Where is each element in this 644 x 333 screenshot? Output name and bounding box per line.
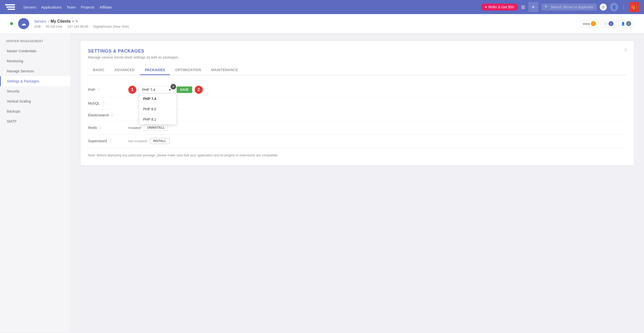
tab-maintenance[interactable]: MAINTENANCE <box>206 65 243 75</box>
php-step-2-badge: 2 <box>195 86 203 94</box>
refer-button[interactable]: ♥ Refer & Get $50 <box>481 4 518 11</box>
help-icon[interactable]: ? <box>624 48 627 53</box>
search-input[interactable] <box>551 5 594 9</box>
supervisord-label: Supervisord ⓘ <box>88 139 128 143</box>
main-content: SETTINGS & PACKAGES Manage various serve… <box>70 33 644 332</box>
php-row: PHP ⓘ 1 PHP 7.4 ▾ PHP 7.4 P <box>88 82 626 98</box>
nav-affiliate[interactable]: Affiliate <box>99 5 112 9</box>
php-selected-value: PHP 7.4 <box>142 88 155 92</box>
tab-basic[interactable]: BASIC <box>88 65 109 75</box>
tab-optimization[interactable]: OPTIMIZATION <box>170 65 206 75</box>
php-dropdown-trigger[interactable]: PHP 7.4 ▾ <box>139 86 174 93</box>
refer-label: Refer & Get $50 <box>489 5 514 9</box>
file-count: 1 <box>609 21 614 26</box>
sidebar-item-monitoring[interactable]: Monitoring <box>0 56 70 66</box>
close-icon[interactable]: ✕ <box>171 84 176 89</box>
php-option-80[interactable]: PHP 8.0 <box>139 104 176 114</box>
note-text: Note: Before deploying any particular pa… <box>88 153 626 158</box>
redis-label: Redis ⓘ <box>88 125 128 130</box>
php-label: PHP ⓘ <box>88 87 128 92</box>
user-badge[interactable]: 👤 2 <box>618 20 634 27</box>
logo[interactable] <box>5 3 15 11</box>
server-info: Servers › My Clients ▾ ✎ 2GB 50 GB Disk … <box>34 19 129 28</box>
plus-button[interactable]: + <box>528 2 538 12</box>
www-icon: www <box>583 22 590 26</box>
svg-rect-2 <box>8 9 15 10</box>
top-navigation: Servers Applications Team Projects Affil… <box>0 0 644 14</box>
server-avatar: ☁ <box>18 18 29 29</box>
tabs: BASIC ADVANCED PACKAGES OPTIMIZATION MAI… <box>88 65 626 75</box>
mysql-info-icon[interactable]: ⓘ <box>101 101 105 106</box>
user-count: 2 <box>626 21 631 26</box>
php-selector: 1 PHP 7.4 ▾ PHP 7.4 PHP 8.0 PHP 8.1 <box>128 86 203 94</box>
www-badge[interactable]: www 5 <box>580 20 599 27</box>
php-step-1-badge: 1 <box>128 86 136 94</box>
sidebar-item-backups[interactable]: Backups <box>0 106 70 116</box>
sidebar-item-smtp[interactable]: SMTP <box>0 116 70 126</box>
notification-badge[interactable]: 0 <box>600 4 607 11</box>
php-dropdown-menu: PHP 7.4 PHP 8.0 PHP 8.1 <box>139 93 177 125</box>
page-subtitle: Manage various server-level settings as … <box>88 55 626 59</box>
breadcrumb-separator: › <box>48 19 49 23</box>
caret-icon[interactable]: ▾ <box>72 20 74 23</box>
php-option-81[interactable]: PHP 8.1 <box>139 114 176 124</box>
php-info-icon[interactable]: ⓘ <box>97 87 100 92</box>
nav-links: Servers Applications Team Projects Affil… <box>23 5 475 9</box>
sidebar-item-master-credentials[interactable]: Master Credentials <box>0 46 70 56</box>
supervisord-status: Not Installed! <box>128 139 147 143</box>
supervisord-row: Supervisord ⓘ Not Installed! INSTALL <box>88 134 626 148</box>
svg-rect-0 <box>5 4 15 6</box>
user-icon: 👤 <box>621 22 625 26</box>
redis-status: Installed! <box>128 126 141 130</box>
mysql-label: MySQL ⓘ <box>88 101 128 106</box>
settings-packages-card: SETTINGS & PACKAGES Manage various serve… <box>80 41 634 165</box>
nav-projects[interactable]: Projects <box>81 5 94 9</box>
php-option-74[interactable]: PHP 7.4 <box>139 94 176 104</box>
supervisord-info-icon[interactable]: ⓘ <box>108 139 112 143</box>
sidebar-section-title: Server Management <box>0 39 70 46</box>
sidebar-item-settings-packages[interactable]: Settings & Packages <box>0 76 70 86</box>
sidebar-item-security[interactable]: Security <box>0 86 70 96</box>
server-ip: 137.184.98.65 <box>67 25 88 28</box>
search-box[interactable]: 🔍 <box>541 4 597 11</box>
supervisord-install-button[interactable]: INSTALL <box>150 138 170 144</box>
elasticsearch-label: Elasticsearch ⓘ <box>88 113 128 117</box>
chevron-down-icon: ▾ <box>169 88 171 92</box>
nav-servers[interactable]: Servers <box>23 5 36 9</box>
file-icon: 📄 <box>603 22 608 26</box>
gift-button[interactable]: 🎁 <box>629 2 639 12</box>
page-title: SETTINGS & PACKAGES <box>88 49 626 54</box>
search-icon: 🔍 <box>544 5 549 9</box>
redis-info-icon[interactable]: ⓘ <box>99 125 102 130</box>
nav-right: ♥ Refer & Get $50 ⊞ + 🔍 0 👤 ⋮ 🎁 <box>481 2 639 12</box>
server-status-dot <box>10 22 13 25</box>
elasticsearch-info-icon[interactable]: ⓘ <box>110 113 114 117</box>
nav-applications[interactable]: Applications <box>41 5 62 9</box>
sidebar-item-manage-services[interactable]: Manage Services <box>0 66 70 76</box>
servers-link[interactable]: Servers <box>34 19 46 23</box>
server-disk: 50 GB Disk <box>46 25 62 28</box>
main-layout: Server Management Master Credentials Mon… <box>0 33 644 332</box>
sidebar-item-vertical-scaling[interactable]: Vertical Scaling <box>0 96 70 106</box>
more-options-icon[interactable]: ⋮ <box>621 4 626 10</box>
edit-icon[interactable]: ✎ <box>75 19 78 23</box>
grid-icon[interactable]: ⊞ <box>521 4 525 10</box>
tab-advanced[interactable]: ADVANCED <box>109 65 140 75</box>
svg-rect-1 <box>6 7 15 8</box>
nav-team[interactable]: Team <box>67 5 76 9</box>
redis-uninstall-button[interactable]: UNINSTALL <box>144 125 168 131</box>
php-value: 1 PHP 7.4 ▾ PHP 7.4 PHP 8.0 PHP 8.1 <box>128 86 626 94</box>
redis-value: Installed! UNINSTALL <box>128 125 626 131</box>
file-badge[interactable]: 📄 1 <box>601 20 616 27</box>
server-info-bar: ☁ Servers › My Clients ▾ ✎ 2GB 50 GB Dis… <box>0 14 644 33</box>
breadcrumb: Servers › My Clients ▾ ✎ <box>34 19 129 24</box>
server-provider: DigitalOcean (New York) <box>93 25 129 28</box>
php-dropdown-container: PHP 7.4 ▾ PHP 7.4 PHP 8.0 PHP 8.1 ✕ <box>139 86 174 93</box>
avatar-button[interactable]: 👤 <box>610 3 618 11</box>
heart-icon: ♥ <box>485 5 487 9</box>
tab-packages[interactable]: PACKAGES <box>140 65 170 75</box>
www-count: 5 <box>591 21 596 26</box>
php-save-button[interactable]: SAVE <box>177 86 192 93</box>
server-name: My Clients ▾ ✎ <box>51 19 78 24</box>
sidebar: Server Management Master Credentials Mon… <box>0 33 70 332</box>
